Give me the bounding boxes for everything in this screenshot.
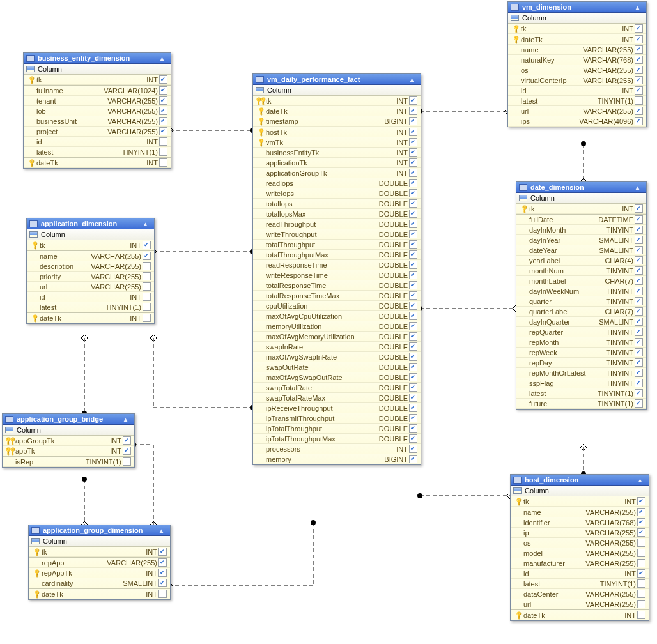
entity-vm_dimension[interactable]: vm_dimensionColumntkINTdateTkINTnameVARC… (507, 1, 647, 127)
column-checkbox[interactable] (636, 611, 646, 619)
column-checkbox[interactable] (633, 204, 644, 213)
column-row[interactable]: totalThroughputDOUBLE (253, 240, 421, 250)
column-checkbox[interactable] (633, 358, 644, 367)
entity-header[interactable]: application_dimension (27, 218, 154, 229)
column-checkbox[interactable] (408, 158, 418, 167)
column-checkbox[interactable] (408, 353, 418, 361)
column-checkbox[interactable] (158, 75, 168, 84)
column-checkbox[interactable] (408, 220, 418, 228)
column-checkbox[interactable] (408, 117, 418, 125)
column-checkbox[interactable] (633, 215, 644, 224)
column-row[interactable]: quarterLabelCHAR(7) (516, 307, 646, 317)
column-checkbox[interactable] (408, 179, 418, 187)
column-checkbox[interactable] (121, 447, 132, 455)
column-row[interactable]: quarterTINYINT (516, 296, 646, 307)
column-checkbox[interactable] (633, 307, 644, 316)
column-row[interactable]: dayInMonthTINYINT (516, 225, 646, 235)
column-row[interactable]: nameVARCHAR(255) (27, 250, 154, 261)
column-row[interactable]: ipReceiveThroughputDOUBLE (253, 403, 421, 413)
column-checkbox[interactable] (408, 261, 418, 269)
column-checkbox[interactable] (633, 277, 644, 285)
column-checkbox[interactable] (633, 66, 644, 74)
entity-application_group_bridge[interactable]: application_group_bridgeColumnappGroupTk… (2, 413, 135, 468)
column-row[interactable]: writeThroughputDOUBLE (253, 229, 421, 240)
column-row[interactable]: maxOfAvgSwapInRateDOUBLE (253, 352, 421, 362)
column-row[interactable]: memoryUtilizationDOUBLE (253, 321, 421, 332)
column-row[interactable]: yearLabelCHAR(4) (516, 256, 646, 266)
column-row[interactable]: appGroupTkINT (3, 436, 134, 446)
column-row[interactable]: swapInRateDOUBLE (253, 342, 421, 352)
column-row[interactable]: applicationTkINT (253, 158, 421, 168)
column-checkbox[interactable] (408, 394, 418, 402)
column-checkbox[interactable] (633, 236, 644, 244)
column-row[interactable]: tkINT (29, 547, 170, 557)
collapse-icon[interactable] (160, 526, 167, 534)
column-checkbox[interactable] (408, 291, 418, 300)
column-row[interactable]: memoryBIGINT (253, 454, 421, 464)
column-checkbox[interactable] (141, 293, 151, 301)
column-row[interactable]: lobVARCHAR(255) (24, 106, 171, 116)
column-checkbox[interactable] (408, 148, 418, 157)
column-checkbox[interactable] (408, 138, 418, 146)
entity-header[interactable]: vm_dimension (508, 2, 646, 13)
column-checkbox[interactable] (141, 252, 151, 260)
column-checkbox[interactable] (636, 590, 646, 598)
column-row[interactable]: urlVARCHAR(255) (511, 599, 649, 610)
column-checkbox[interactable] (633, 107, 644, 115)
column-row[interactable]: tkINT (253, 96, 421, 106)
column-row[interactable]: latestTINYINT(1) (27, 302, 154, 312)
collapse-icon[interactable] (124, 415, 132, 423)
column-checkbox[interactable] (141, 262, 151, 270)
column-row[interactable]: cardinalitySMALLINT (29, 578, 170, 588)
column-row[interactable]: urlVARCHAR(255) (27, 282, 154, 292)
entity-application_group_dimension[interactable]: application_group_dimensionColumntkINTre… (28, 525, 171, 600)
entity-host_dimension[interactable]: host_dimensionColumntkINTnameVARCHAR(255… (510, 474, 649, 621)
column-row[interactable]: projectVARCHAR(255) (24, 126, 171, 137)
column-row[interactable]: manufacturerVARCHAR(255) (511, 558, 649, 569)
column-checkbox[interactable] (633, 117, 644, 125)
column-row[interactable]: ipsVARCHAR(4096) (508, 116, 646, 126)
column-row[interactable]: swapTotalRateMaxDOUBLE (253, 393, 421, 403)
column-checkbox[interactable] (633, 76, 644, 84)
column-checkbox[interactable] (408, 189, 418, 197)
column-row[interactable]: repQuarterTINYINT (516, 327, 646, 337)
column-row[interactable]: businessUnitVARCHAR(255) (24, 116, 171, 126)
column-checkbox[interactable] (158, 96, 168, 105)
column-checkbox[interactable] (636, 579, 646, 588)
column-checkbox[interactable] (633, 246, 644, 254)
column-checkbox[interactable] (633, 369, 644, 377)
entity-business_entity_dimension[interactable]: business_entity_dimensionColumntkINTfull… (23, 52, 171, 169)
entity-header[interactable]: host_dimension (511, 475, 649, 486)
column-checkbox[interactable] (636, 518, 646, 526)
column-checkbox[interactable] (158, 137, 168, 146)
column-row[interactable]: sspFlagTINYINT (516, 378, 646, 388)
column-checkbox[interactable] (158, 158, 168, 167)
column-checkbox[interactable] (141, 241, 151, 249)
entity-header[interactable]: application_group_dimension (29, 525, 170, 536)
column-row[interactable]: repMonthOrLatestTINYINT (516, 368, 646, 378)
column-row[interactable]: vmTkINT (253, 137, 421, 148)
column-row[interactable]: tenantVARCHAR(255) (24, 96, 171, 106)
column-row[interactable]: maxOfAvgMemoryUtilizationDOUBLE (253, 332, 421, 342)
column-row[interactable]: latestTINYINT(1) (511, 579, 649, 589)
column-row[interactable]: writeResponseTimeDOUBLE (253, 270, 421, 280)
column-row[interactable]: totalResponseTimeMaxDOUBLE (253, 291, 421, 301)
column-checkbox[interactable] (158, 107, 168, 115)
column-checkbox[interactable] (633, 348, 644, 356)
column-row[interactable]: urlVARCHAR(255) (508, 106, 646, 116)
column-row[interactable]: dayInQuarterSMALLINT (516, 317, 646, 327)
column-checkbox[interactable] (636, 497, 646, 505)
column-row[interactable]: cpuUtilizationDOUBLE (253, 301, 421, 311)
column-row[interactable]: dayInYearSMALLINT (516, 235, 646, 245)
column-row[interactable]: nameVARCHAR(255) (508, 45, 646, 55)
column-checkbox[interactable] (633, 297, 644, 305)
column-row[interactable]: writeIopsDOUBLE (253, 188, 421, 199)
column-checkbox[interactable] (408, 404, 418, 412)
column-row[interactable]: readIopsDOUBLE (253, 178, 421, 188)
column-checkbox[interactable] (408, 312, 418, 320)
column-row[interactable]: isRepTINYINT(1) (3, 456, 134, 467)
column-checkbox[interactable] (636, 559, 646, 567)
column-checkbox[interactable] (633, 389, 644, 397)
column-checkbox[interactable] (408, 322, 418, 330)
column-checkbox[interactable] (633, 287, 644, 295)
